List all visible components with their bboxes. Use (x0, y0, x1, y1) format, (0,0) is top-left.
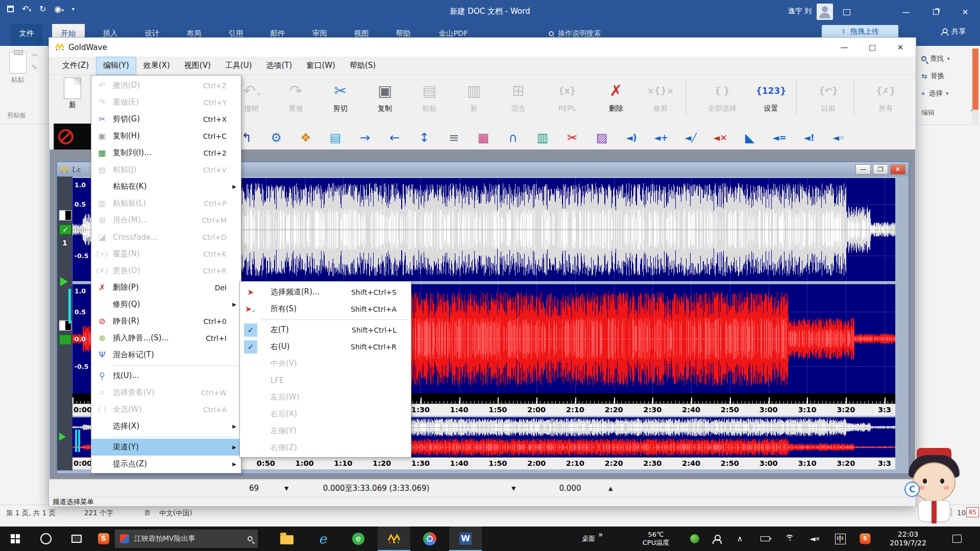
edit-menu-item-混合(M)...[interactable]: ⊞混合(M)...Ctrl+M (91, 212, 241, 229)
word-minimize-button[interactable]: — (891, 0, 921, 24)
word-taskbar-button[interactable]: W (449, 527, 482, 551)
color-map-icon[interactable]: ▨ (587, 131, 617, 145)
volume-muted-icon[interactable]: ◄✕ (810, 527, 820, 551)
language-indicator[interactable]: 中文(中国) (159, 509, 192, 518)
edit-menu-item-粘贴在(K)[interactable]: 粘贴在(K)▶ (91, 178, 241, 195)
file-explorer-button[interactable] (271, 527, 303, 551)
page-indicator[interactable]: 第 1 页, 共 1 页 (6, 509, 56, 518)
edit-menu-item-更换(O)[interactable]: {✗}更换(O)Ctrl+R (91, 262, 241, 279)
avatar[interactable] (817, 4, 833, 20)
goldwave-menu-帮助(S)[interactable]: 帮助(S) (342, 57, 383, 75)
edit-menu-item-提示点(Z)[interactable]: 提示点(Z)▶ (91, 456, 241, 472)
goldwave-titlebar[interactable]: GoldWave — □ ✕ (49, 38, 916, 57)
word-user-name[interactable]: 逸宇 刘 (788, 7, 812, 16)
edit-menu-item-覆盖(N)[interactable]: {+}覆盖(N)Ctrl+K (91, 245, 241, 262)
hidden-icons-chevron[interactable]: ∧ (737, 527, 743, 551)
task-view-button[interactable] (61, 527, 92, 551)
edit-menu-item-选择(X)[interactable]: 选择(X)▶ (91, 418, 241, 435)
preset-field[interactable]: 69 (192, 484, 259, 493)
seek-back-icon[interactable]: ← (380, 131, 409, 145)
effect-palette-icon[interactable]: ❖ (291, 131, 321, 145)
edit-menu-item-删除(P)[interactable]: ✗删除(P)Del (91, 279, 241, 296)
toolbar-set-button[interactable]: {123}设置 (749, 78, 793, 113)
edit-menu-item-混合标记(T)[interactable]: Ψ混合标记(T) (91, 346, 241, 363)
channel2-enabled-checkbox[interactable] (59, 335, 71, 345)
green-browser-button[interactable]: e (342, 527, 375, 551)
volume-shape-icon[interactable]: ◄✕ (705, 133, 735, 143)
equalizer-icon[interactable]: ▦ (469, 131, 498, 145)
start-button[interactable] (0, 527, 31, 551)
replace-button[interactable]: ⇆ 替换 (921, 71, 944, 81)
scrollbar-thumb[interactable] (972, 48, 978, 110)
sogou-pinned-app[interactable]: S (92, 527, 115, 551)
toolbar-overflow-chevron[interactable]: » (598, 530, 603, 539)
toolbar-select-all-button[interactable]: { }全部选择 (696, 78, 749, 113)
goldwave-taskbar-button[interactable] (378, 527, 410, 551)
paste-icon[interactable] (9, 52, 27, 73)
desktop-toolbar[interactable]: 桌面 » (582, 527, 603, 551)
faders-icon[interactable]: ≡ (439, 131, 469, 145)
edit-menu-item-剪切(G)[interactable]: ✂剪切(G)Ctrl+X (91, 111, 241, 128)
edit-menu-item-静音(R)[interactable]: ⊘静音(R)Ctrl+0 (91, 313, 241, 330)
ribbon-display-options-icon[interactable] (832, 0, 862, 24)
channel-menu-item-右后(X)[interactable]: 右后(X) (240, 406, 411, 422)
share-button[interactable]: 共享 (940, 27, 966, 36)
toolbar-redo-button[interactable]: ↷重做 (274, 78, 318, 113)
device-gear-icon[interactable]: ⚙ (261, 131, 291, 145)
edit-menu-item-撤消(D)[interactable]: ↶撤消(D)Ctrl+Z (91, 77, 241, 94)
paste-button-label[interactable]: 粘贴 (11, 76, 24, 85)
toolbar-paste-button[interactable]: ▤粘贴 (407, 78, 452, 113)
channel-menu-item-左(T)[interactable]: ✓左(T)Shift+Ctrl+L (240, 321, 411, 338)
word-scrollbar[interactable] (972, 48, 978, 125)
proofing-icon[interactable]: 🖹 (144, 509, 151, 517)
ime-indicator[interactable]: 中 (835, 527, 846, 551)
corner-fade-icon[interactable]: ◣ (735, 131, 765, 145)
channel-menu-item-左后(W)[interactable]: 左后(W) (240, 389, 411, 406)
goldwave-minimize-button[interactable]: — (834, 41, 854, 54)
tab-文件[interactable]: 文件 (10, 24, 43, 46)
taskbar-search-box[interactable]: 江映蓉拍MV险出事 (115, 530, 258, 548)
sogou-tray-icon[interactable]: S (859, 527, 872, 551)
edit-menu-item-Crossfade...[interactable]: ◪Crossfade...Ctrl+D (91, 229, 241, 245)
volume-boost-icon[interactable]: ◄! (794, 133, 824, 143)
find-button[interactable]: 查找▾ (921, 54, 950, 63)
channel-menu-item-选择频道(R)...[interactable]: ➤选择频道(R)...Shift+Ctrl+S (240, 284, 411, 300)
cortana-button[interactable] (31, 527, 61, 551)
goldwave-close-button[interactable]: ✕ (890, 41, 911, 54)
edit-menu-item-重做(E)[interactable]: ↷重做(E)Ctrl+Y (91, 94, 241, 111)
battery-icon[interactable] (761, 527, 770, 551)
goldwave-menu-视图(V)[interactable]: 视图(V) (177, 57, 218, 75)
volume-pan-icon[interactable]: ◄◦ (824, 133, 853, 143)
goldwave-menu-文件(Z)[interactable]: 文件(Z) (55, 57, 96, 75)
channel1-display-toggle[interactable] (59, 210, 71, 220)
selection-field[interactable]: 0.000至3:33.069 (3:33.069) (269, 484, 483, 493)
channel-menu-item-右侧(Z)[interactable]: 右侧(Z) (240, 439, 411, 456)
overview-selection-marker[interactable] (75, 430, 77, 452)
effect-mixer-icon[interactable]: ▤ (321, 131, 350, 145)
channel-menu-item-LFE[interactable]: LFE (240, 372, 411, 389)
word-close-button[interactable]: ✕ (950, 0, 980, 24)
volume-icon[interactable]: ◄) (617, 133, 646, 143)
edit-menu-item-全选(W)[interactable]: { }全选(W)Ctrl+A (91, 401, 241, 418)
goldwave-menu-工具(U)[interactable]: 工具(U) (218, 57, 259, 75)
noise-gate-icon[interactable]: ✂ (557, 131, 587, 145)
antivirus-tray-icon[interactable] (690, 527, 699, 551)
goldwave-menu-窗口(W)[interactable]: 窗口(W) (299, 57, 342, 75)
channel-menu-item-中央(V)[interactable]: 中央(V) (240, 355, 411, 372)
word-count[interactable]: 221 个字 (84, 509, 113, 518)
format-painter-icon[interactable]: ✎ (32, 63, 38, 71)
sound-close-button[interactable]: ✕ (890, 164, 905, 174)
wifi-icon[interactable] (785, 527, 795, 551)
chrome-button[interactable] (413, 527, 446, 551)
overview-selection-marker2[interactable] (78, 430, 80, 452)
cpu-temperature-widget[interactable]: 56℃ CPU温度 (630, 527, 681, 551)
edit-menu-item-复制到(I)...[interactable]: ▦复制到(I)...Ctrl+2 (91, 144, 241, 161)
drag-upload-button[interactable]: ⇧ 拖拽上传 (822, 25, 898, 38)
volume-match-icon[interactable]: ◄= (765, 133, 794, 143)
toolbar-all-button[interactable]: {✗}所有 (864, 78, 908, 113)
toolbar-repl-button[interactable]: {x}REPL (541, 78, 594, 112)
edit-menu-item-粘贴(J)[interactable]: ▤粘贴(J)Ctrl+V (91, 161, 241, 178)
selection-start-marker[interactable] (68, 289, 71, 323)
sound-maximize-button[interactable]: ❐ (873, 164, 888, 174)
word-restore-button[interactable] (921, 0, 950, 24)
